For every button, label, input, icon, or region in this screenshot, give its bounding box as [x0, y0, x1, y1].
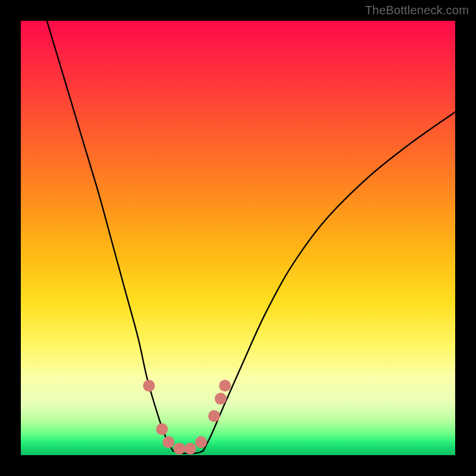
data-marker	[208, 410, 220, 422]
data-marker	[143, 380, 155, 392]
chart-container: TheBottleneck.com	[0, 0, 476, 476]
data-marker	[184, 443, 196, 455]
data-marker	[162, 436, 174, 448]
data-markers	[143, 380, 231, 455]
watermark-text: TheBottleneck.com	[365, 4, 469, 17]
data-marker	[215, 393, 227, 405]
curve-layer	[21, 21, 455, 455]
data-marker	[156, 423, 168, 435]
right-branch-curve	[203, 112, 455, 450]
data-marker	[219, 380, 231, 392]
data-marker	[173, 443, 185, 455]
plot-area	[21, 21, 455, 455]
data-marker	[195, 436, 207, 448]
